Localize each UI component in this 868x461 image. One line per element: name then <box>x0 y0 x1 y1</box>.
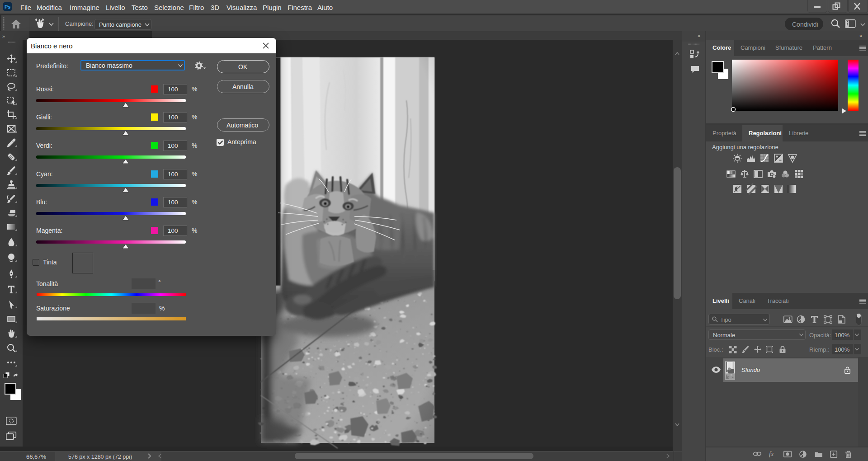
svg-text:fx: fx <box>769 451 774 457</box>
